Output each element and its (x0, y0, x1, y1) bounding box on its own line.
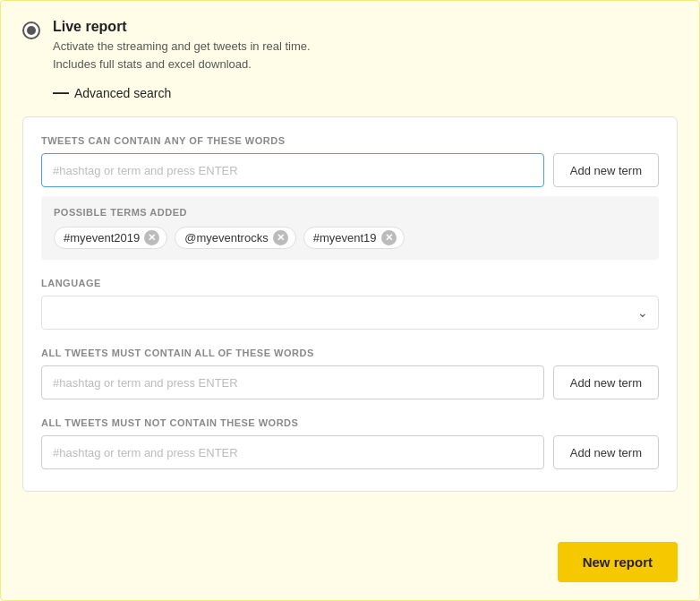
radio-inner-dot (27, 26, 36, 35)
all-contain-input[interactable] (41, 365, 544, 399)
language-dropdown[interactable] (41, 296, 659, 330)
language-dropdown-wrapper: ⌄ (41, 296, 659, 330)
report-title: Live report (53, 19, 311, 35)
new-report-button[interactable]: New report (558, 542, 678, 582)
any-words-input-row: Add new term (41, 153, 659, 187)
report-desc-line2: Includes full stats and excel download. (53, 56, 311, 73)
all-contain-section: ALL TWEETS MUST CONTAIN ALL OF THESE WOR… (41, 348, 659, 399)
report-desc-line1: Activate the streaming and get tweets in… (53, 38, 311, 56)
must-not-section: ALL TWEETS MUST NOT CONTAIN THESE WORDS … (41, 417, 659, 469)
advanced-search-label: Advanced search (74, 86, 171, 100)
all-contain-label: ALL TWEETS MUST CONTAIN ALL OF THESE WOR… (41, 348, 659, 358)
add-must-not-button[interactable]: Add new term (553, 435, 659, 469)
any-words-section: TWEETS CAN CONTAIN ANY OF THESE WORDS Ad… (41, 135, 659, 260)
any-words-input[interactable] (41, 153, 544, 187)
any-words-label: TWEETS CAN CONTAIN ANY OF THESE WORDS (41, 135, 659, 146)
must-not-label: ALL TWEETS MUST NOT CONTAIN THESE WORDS (41, 417, 659, 428)
tag-text: #myevent2019 (64, 231, 140, 245)
tag-remove-button[interactable]: ✕ (273, 230, 288, 245)
page-container: Live report Activate the streaming and g… (0, 0, 700, 601)
list-item: #myevent19✕ (303, 227, 405, 249)
tag-remove-button[interactable]: ✕ (381, 230, 397, 245)
form-card: TWEETS CAN CONTAIN ANY OF THESE WORDS Ad… (22, 116, 678, 492)
report-header: Live report Activate the streaming and g… (22, 19, 678, 73)
language-label: LANGUAGE (41, 278, 659, 288)
list-item: @myeventrocks✕ (175, 227, 295, 249)
must-not-input[interactable] (41, 435, 544, 469)
advanced-search-toggle[interactable]: — Advanced search (53, 83, 678, 102)
must-not-input-row: Add new term (41, 435, 659, 469)
tag-remove-button[interactable]: ✕ (144, 230, 159, 245)
possible-terms-box: POSSIBLE TERMS ADDED #myevent2019✕@myeve… (41, 196, 659, 260)
tag-text: @myeventrocks (184, 231, 268, 245)
language-section: LANGUAGE ⌄ (41, 278, 659, 330)
live-report-radio[interactable] (22, 21, 40, 39)
all-contain-input-row: Add new term (41, 365, 659, 399)
list-item: #myevent2019✕ (54, 227, 167, 249)
possible-terms-label: POSSIBLE TERMS ADDED (54, 207, 646, 218)
tag-text: #myevent19 (313, 231, 377, 245)
add-all-contain-button[interactable]: Add new term (553, 365, 659, 399)
report-title-section: Live report Activate the streaming and g… (53, 19, 311, 73)
add-any-words-button[interactable]: Add new term (553, 153, 659, 187)
tags-row: #myevent2019✕@myeventrocks✕#myevent19✕ (54, 227, 646, 249)
dash-icon: — (53, 83, 69, 102)
